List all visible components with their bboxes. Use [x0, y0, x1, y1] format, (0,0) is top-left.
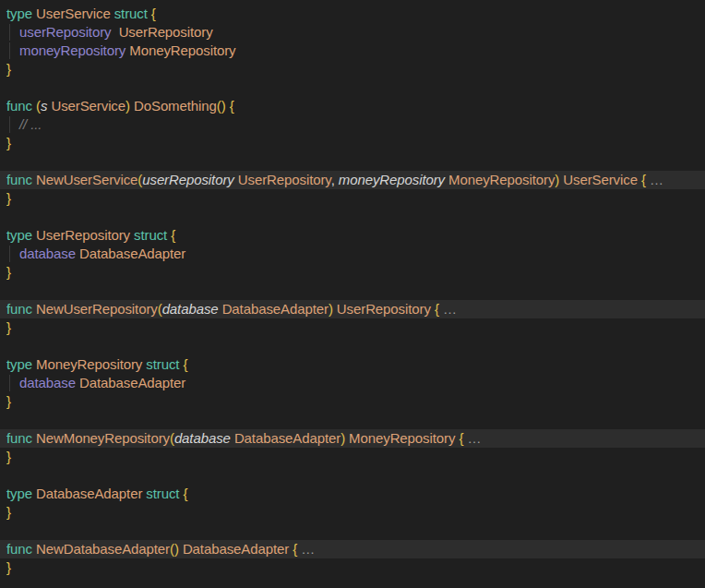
- code-line[interactable]: // ...: [0, 115, 705, 134]
- token-br: {: [230, 98, 234, 114]
- code-line[interactable]: }: [0, 134, 705, 152]
- token-typ: UserRepository: [337, 301, 435, 317]
- token-br: }: [6, 61, 11, 77]
- token-kw: func: [6, 98, 36, 114]
- token-typ: NewUserRepository: [36, 301, 158, 317]
- token-br: }: [6, 319, 11, 335]
- code-line[interactable]: [0, 282, 705, 300]
- token-kw: type: [6, 486, 36, 501]
- indent-guide: [9, 42, 10, 59]
- token-typ: DatabaseAdapter: [234, 430, 341, 446]
- code-line[interactable]: [0, 522, 705, 540]
- token-kw: func: [6, 301, 36, 317]
- code-line[interactable]: userRepository UserRepository: [0, 23, 705, 42]
- code-editor[interactable]: type UserService struct {userRepository …: [0, 0, 705, 588]
- code-line[interactable]: }: [0, 60, 705, 78]
- token-typ: UserRepository: [238, 172, 331, 187]
- token-kw: func: [6, 430, 36, 446]
- code-line-folded[interactable]: func NewUserRepository(database Database…: [0, 300, 705, 318]
- indent-guide: [9, 246, 10, 262]
- token-typ: MoneyRepository: [448, 172, 555, 187]
- token-typ: NewUserService: [36, 172, 137, 187]
- token-br: }: [6, 264, 11, 280]
- code-line[interactable]: type DatabaseAdapter struct {: [0, 485, 705, 503]
- code-line-folded[interactable]: func NewUserService(userRepository UserR…: [0, 171, 705, 189]
- token-kw: struct: [146, 356, 183, 372]
- token-typ: MoneyRepository: [129, 42, 235, 58]
- token-typ: UserService: [36, 6, 114, 21]
- indent-guide: [9, 24, 10, 41]
- token-br: {: [171, 227, 175, 243]
- fold-ellipsis[interactable]: …: [646, 172, 663, 187]
- code-line[interactable]: }: [0, 189, 705, 208]
- token-typ: UserRepository: [36, 227, 134, 243]
- token-kw: func: [6, 172, 36, 187]
- token-prm: database: [162, 301, 222, 317]
- token-typ: NewDatabaseAdapter: [36, 541, 170, 557]
- token-typ: NewMoneyRepository: [36, 430, 170, 446]
- token-kw: type: [6, 356, 36, 372]
- code-line[interactable]: type UserService struct {: [0, 5, 705, 23]
- token-fld: database: [19, 375, 79, 390]
- code-line[interactable]: }: [0, 318, 705, 337]
- token-typ: DoSomething: [134, 98, 217, 114]
- token-typ: DatabaseAdapter: [79, 375, 185, 390]
- code-line[interactable]: func (s UserService) DoSomething() {: [0, 97, 705, 115]
- code-line[interactable]: [0, 411, 705, 429]
- token-kw: struct: [134, 227, 171, 243]
- token-br: (): [170, 541, 179, 557]
- token-typ: DatabaseAdapter: [183, 541, 293, 557]
- code-line-folded[interactable]: func NewMoneyRepository(database Databas…: [0, 429, 705, 448]
- code-line[interactable]: }: [0, 392, 705, 411]
- code-line[interactable]: type UserRepository struct {: [0, 226, 705, 245]
- code-line[interactable]: [0, 78, 705, 97]
- token-br: }: [6, 393, 11, 409]
- token-typ: DatabaseAdapter: [36, 486, 146, 501]
- code-line[interactable]: }: [0, 263, 705, 282]
- token-typ: DatabaseAdapter: [79, 246, 185, 261]
- code-line[interactable]: type MoneyRepository struct {: [0, 355, 705, 374]
- code-line[interactable]: [0, 466, 705, 485]
- fold-ellipsis[interactable]: …: [439, 301, 457, 317]
- code-line[interactable]: [0, 208, 705, 226]
- token-prm: moneyRepository: [339, 172, 448, 187]
- token-typ: UserService: [563, 172, 641, 187]
- token-br: {: [183, 356, 187, 372]
- code-line[interactable]: moneyRepository MoneyRepository: [0, 42, 705, 60]
- token-br: }: [6, 449, 11, 464]
- token-prm: userRepository: [142, 172, 238, 187]
- indent-guide: [9, 375, 10, 391]
- token-br: }: [6, 190, 11, 206]
- fold-ellipsis[interactable]: …: [463, 430, 481, 446]
- code-line[interactable]: database DatabaseAdapter: [0, 245, 705, 263]
- token-kw: struct: [114, 6, 151, 21]
- code-line[interactable]: }: [0, 503, 705, 522]
- token-typ: MoneyRepository: [349, 430, 459, 446]
- token-fld: database: [19, 246, 79, 261]
- code-line[interactable]: database DatabaseAdapter: [0, 374, 705, 392]
- token-fld: userRepository: [19, 24, 119, 40]
- token-typ: MoneyRepository: [36, 356, 146, 372]
- token-fld: moneyRepository: [19, 42, 129, 58]
- token-cmt: // ...: [19, 116, 42, 132]
- code-line[interactable]: [0, 577, 705, 588]
- token-br: }: [6, 504, 11, 520]
- token-kw: struct: [146, 486, 183, 501]
- token-br: }: [6, 135, 11, 150]
- token-br: (): [217, 98, 226, 114]
- token-typ: UserRepository: [119, 24, 213, 40]
- fold-ellipsis[interactable]: …: [297, 541, 315, 557]
- token-typ: DatabaseAdapter: [222, 301, 329, 317]
- token-kw: type: [6, 227, 36, 243]
- code-line[interactable]: }: [0, 558, 705, 577]
- code-line-folded[interactable]: func NewDatabaseAdapter() DatabaseAdapte…: [0, 540, 705, 558]
- code-line[interactable]: [0, 152, 705, 171]
- indent-guide: [9, 116, 10, 133]
- token-br: {: [151, 6, 156, 21]
- code-line[interactable]: [0, 337, 705, 355]
- token-kw: type: [6, 6, 36, 21]
- code-line[interactable]: }: [0, 448, 705, 466]
- token-typ: UserService: [51, 98, 125, 114]
- token-pln: ,: [331, 172, 339, 187]
- token-kw: func: [6, 541, 36, 557]
